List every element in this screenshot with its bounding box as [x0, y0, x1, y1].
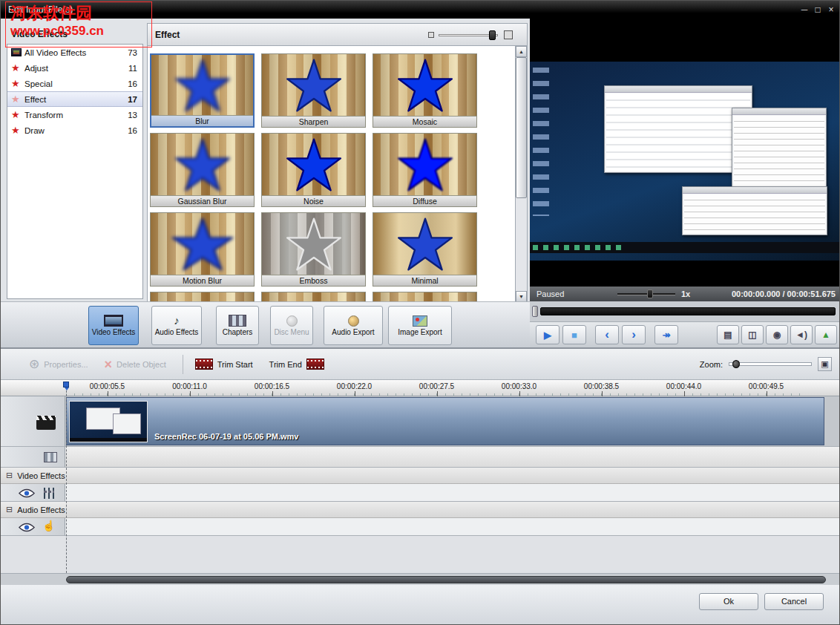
effect-preview [151, 134, 254, 195]
preview-window [604, 85, 752, 173]
cancel-button[interactable]: Cancel [764, 593, 824, 610]
image-export-tab[interactable]: Image Export [388, 306, 452, 345]
scrollbar-thumb[interactable] [516, 57, 527, 198]
close-button[interactable]: × [824, 4, 838, 15]
camera-icon: ◉ [773, 330, 781, 340]
thumbnail-size-slider-handle[interactable] [489, 30, 496, 40]
film-icon [11, 48, 22, 56]
mixer-icon: ▲ [821, 330, 830, 340]
section-label: Audio Effects [17, 505, 65, 514]
step-forward-button[interactable]: › [622, 325, 646, 344]
effect-thumb-diffuse[interactable]: Diffuse [373, 133, 477, 207]
playback-status: Paused [537, 289, 564, 298]
playhead-marker[interactable] [63, 382, 69, 387]
speed-slider[interactable] [617, 293, 675, 295]
scroll-down-icon[interactable]: ▼ [516, 291, 527, 302]
audio-effects-section-header[interactable]: ⊟ Audio Effects [1, 502, 840, 518]
effect-thumb-minimal[interactable]: Minimal [373, 212, 477, 287]
sidebar-item-effect[interactable]: ★ Effect 17 [7, 91, 142, 107]
play-button[interactable]: ▶ [536, 325, 560, 344]
mixer-button[interactable]: ▲ [815, 325, 837, 344]
sidebar-item-label: Adjust [24, 64, 122, 73]
ok-button[interactable]: Ok [699, 593, 758, 610]
zoom-slider-handle[interactable] [732, 360, 740, 368]
collapse-icon[interactable]: ⊟ [6, 471, 13, 480]
seek-handle[interactable] [532, 306, 538, 317]
video-track: ScreenRec 06-07-19 at 05.06 PM.wmv [65, 396, 839, 447]
seek-track[interactable] [540, 307, 836, 315]
effect-thumb-partial[interactable] [261, 292, 366, 302]
timeline-zoom-slider[interactable] [729, 362, 812, 366]
monitor-icon: ◫ [748, 330, 756, 340]
sidebar-item-count: 73 [122, 48, 137, 57]
effect-preview [373, 134, 476, 195]
effect-thumb-motion-blur[interactable]: Motion Blur [150, 212, 255, 287]
sidebar-item-all-video-effects[interactable]: All Video Effects 73 [7, 45, 142, 60]
effect-thumb-mosaic[interactable]: Mosaic [373, 53, 477, 128]
zoom-label: Zoom: [700, 360, 723, 369]
timeline-ruler[interactable]: 00:00:05.5 00:00:11.0 00:00:16.5 00:00:2… [1, 380, 840, 396]
volume-button[interactable]: ◄) [790, 325, 813, 344]
effect-preview [373, 213, 476, 275]
timeline-clip[interactable]: ScreenRec 06-07-19 at 05.06 PM.wmv [66, 397, 824, 445]
speed-slider-handle[interactable] [647, 289, 653, 298]
video-effects-tab[interactable]: Video Effects [88, 306, 139, 345]
video-preview [530, 19, 840, 287]
trim-start-button[interactable]: Trim Start [195, 359, 253, 370]
effect-thumb-partial[interactable] [373, 292, 477, 302]
display-mode-button[interactable]: ◫ [741, 325, 764, 344]
effect-thumb-noise[interactable]: Noise [261, 133, 366, 207]
video-effects-track[interactable] [65, 484, 839, 502]
gear-icon: ⊛ [29, 358, 39, 370]
timeline-horizontal-scrollbar[interactable] [1, 573, 840, 585]
titlebar[interactable]: Edit Input File(s) ─ □ × [1, 1, 840, 19]
effect-label: Sharpen [262, 116, 365, 127]
chapters-tab[interactable]: Chapters [216, 306, 259, 345]
sidebar-item-count: 13 [122, 111, 137, 120]
effect-thumb-emboss[interactable]: Emboss [261, 212, 366, 287]
delete-icon: × [105, 358, 113, 371]
snapshot-button[interactable]: ◉ [766, 325, 788, 344]
scrollbar-thumb[interactable] [66, 576, 826, 583]
sidebar-item-transform[interactable]: ★ Transform 13 [7, 107, 142, 122]
playback-speed: 1x [681, 289, 690, 298]
effect-label: Mosaic [373, 116, 476, 127]
image-export-icon [413, 315, 427, 327]
audio-effects-tab[interactable]: ♪ Audio Effects [151, 306, 202, 345]
effect-category-list: All Video Effects 73 ★ Adjust 11 ★ Speci… [7, 44, 143, 299]
tab-label: Disc Menu [274, 328, 309, 336]
audio-export-tab[interactable]: Audio Export [324, 306, 383, 345]
effects-scrollbar[interactable]: ▲ ▼ [515, 46, 527, 302]
transition-track[interactable] [65, 447, 839, 468]
zoom-fit-button[interactable]: ▣ [818, 357, 832, 371]
scroll-up-icon[interactable]: ▲ [516, 46, 527, 57]
effect-thumb-blur[interactable]: Blur [150, 53, 255, 128]
fast-forward-button[interactable]: ↠ [654, 325, 678, 344]
pause-button[interactable]: ■ [562, 325, 586, 344]
sidebar-item-special[interactable]: ★ Special 16 [7, 76, 142, 91]
maximize-button[interactable]: □ [811, 4, 824, 15]
visibility-eye-icon[interactable] [19, 488, 35, 498]
step-back-button[interactable]: ‹ [595, 325, 619, 344]
tab-label: Chapters [223, 328, 253, 336]
audio-effects-track[interactable] [65, 518, 839, 536]
overlay-button[interactable]: ▤ [717, 325, 739, 344]
sidebar-item-label: Effect [24, 95, 122, 104]
trim-end-button[interactable]: Trim End [269, 359, 324, 370]
visibility-eye-icon[interactable] [19, 523, 35, 532]
trim-end-icon [306, 359, 324, 370]
effect-label: Motion Blur [151, 275, 254, 286]
ruler-tick: 00:00:38.5 [560, 380, 643, 396]
sidebar-item-draw[interactable]: ★ Draw 16 [7, 122, 142, 138]
trim-start-icon [195, 359, 213, 370]
trim-end-label: Trim End [269, 360, 302, 369]
video-effects-section-header[interactable]: ⊟ Video Effects [1, 468, 840, 484]
minimize-button[interactable]: ─ [798, 4, 811, 15]
effect-thumb-gaussian-blur[interactable]: Gaussian Blur [150, 133, 255, 207]
effect-thumb-partial[interactable] [150, 292, 255, 302]
timeline-empty-area [1, 536, 840, 573]
timeline-toolbar: ⊛ Properties... × Delete Object Trim Sta… [1, 349, 840, 380]
effect-thumb-sharpen[interactable]: Sharpen [261, 53, 366, 128]
collapse-icon[interactable]: ⊟ [6, 505, 13, 514]
sidebar-item-adjust[interactable]: ★ Adjust 11 [7, 60, 142, 76]
